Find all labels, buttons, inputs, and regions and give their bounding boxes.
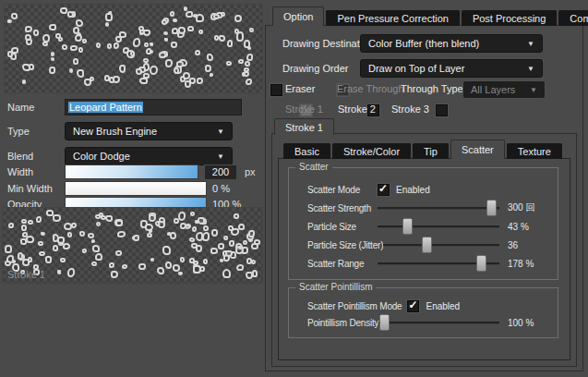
drawing-destination-dropdown[interactable]: Color Buffer (then blend) ▼ xyxy=(360,34,543,53)
name-row: Name Leopard Pattern xyxy=(7,98,242,116)
scatter-strength-row: Scatter Strength 300 回 xyxy=(307,199,550,217)
type-value: New Brush Engine xyxy=(73,126,157,137)
blend-row: Blend Color Dodge ▼ xyxy=(7,147,233,165)
particle-size-handle[interactable] xyxy=(402,218,413,235)
scatter-pointillism-group-title: Scatter Pointillism xyxy=(295,282,376,292)
particle-size-value: 43 % xyxy=(508,222,550,232)
settings-tab-bar: Option Pen Pressure Correction Post Proc… xyxy=(272,6,588,26)
chevron-down-icon: ▼ xyxy=(211,152,224,161)
min-width-slider[interactable] xyxy=(65,181,207,196)
stroke-subtab-bar: Basic Stroke/Color Tip Scatter Texture xyxy=(283,140,562,159)
particle-size-jitter-label: Particle Size (Jitter) xyxy=(307,240,383,250)
scatter-range-handle[interactable] xyxy=(476,255,486,272)
drawing-destination-value: Color Buffer (then blend) xyxy=(368,38,479,49)
width-row: Width 200 px xyxy=(7,164,256,180)
brush-preview-top xyxy=(4,4,263,93)
scatter-mode-checkbox[interactable] xyxy=(378,184,390,196)
scatter-mode-label: Scatter Mode xyxy=(307,185,378,195)
scatter-tab-panel: Scatter Scatter Mode Enabled Scatter Str… xyxy=(278,158,570,360)
erase-through-label: Erase Through xyxy=(337,83,404,94)
particle-size-row: Particle Size 43 % xyxy=(307,217,550,236)
blend-label: Blend xyxy=(7,151,65,162)
stroke-preview-caption: Stroke 1 xyxy=(7,269,45,280)
width-value: 200 xyxy=(212,166,229,177)
pointillism-density-label: Pointillism Density xyxy=(307,318,378,328)
width-value-input[interactable]: 200 xyxy=(204,164,237,180)
scatter-group-title: Scatter xyxy=(295,162,332,172)
tab-stroke-1[interactable]: Stroke 1 xyxy=(274,118,334,135)
scatter-mode-row: Scatter Mode Enabled xyxy=(307,180,550,199)
particle-size-jitter-row: Particle Size (Jitter) 36 xyxy=(307,236,550,254)
blend-value: Color Dodge xyxy=(73,151,130,162)
type-label: Type xyxy=(7,126,65,137)
scatter-strength-value: 300 回 xyxy=(508,201,550,214)
particle-size-jitter-slider[interactable] xyxy=(383,244,499,247)
scatter-range-label: Scatter Range xyxy=(307,259,378,269)
tab-option[interactable]: Option xyxy=(272,6,324,26)
subtab-texture[interactable]: Texture xyxy=(507,143,562,159)
subtab-scatter[interactable]: Scatter xyxy=(450,140,505,159)
min-width-label: Min Width xyxy=(7,183,65,194)
pointillism-mode-state: Enabled xyxy=(426,301,460,311)
type-dropdown[interactable]: New Brush Engine ▼ xyxy=(65,122,233,140)
tab-compatibility[interactable]: Compatibility xyxy=(558,10,588,26)
drawing-order-value: Draw on Top of Layer xyxy=(368,63,464,74)
min-width-value: 0 % xyxy=(212,183,230,194)
subtab-basic[interactable]: Basic xyxy=(283,143,330,159)
pointillism-density-row: Pointillism Density 100 % xyxy=(307,314,550,331)
width-label: Width xyxy=(7,166,65,177)
width-unit: px xyxy=(245,166,256,177)
pointillism-mode-checkbox[interactable] xyxy=(407,300,419,312)
option-panel: Drawing Destination Color Buffer (then b… xyxy=(265,25,583,371)
stroke3-checkbox[interactable] xyxy=(436,104,448,116)
stroke1-panel: Basic Stroke/Color Tip Scatter Texture S… xyxy=(271,133,577,367)
chevron-down-icon: ▼ xyxy=(522,40,534,48)
scatter-range-value: 178 % xyxy=(508,259,550,269)
stroke1-checkbox-label: Stroke 1 xyxy=(285,103,323,115)
name-input[interactable]: Leopard Pattern xyxy=(65,99,242,116)
width-slider[interactable] xyxy=(65,164,198,179)
name-value-selected-text: Leopard Pattern xyxy=(68,102,143,113)
scatter-strength-slider[interactable] xyxy=(378,207,499,210)
tab-pen-pressure-correction[interactable]: Pen Pressure Correction xyxy=(326,10,459,26)
blend-dropdown[interactable]: Color Dodge ▼ xyxy=(65,147,233,165)
brush-preview-stroke: Stroke 1 xyxy=(2,207,263,284)
particle-size-jitter-value: 36 xyxy=(508,240,550,250)
through-type-label: Through Type xyxy=(401,83,463,94)
subtab-tip[interactable]: Tip xyxy=(413,143,449,159)
pointillism-density-slider[interactable] xyxy=(378,322,499,324)
subtab-stroke-color[interactable]: Stroke/Color xyxy=(332,143,411,159)
name-label: Name xyxy=(7,102,65,113)
eraser-checkbox[interactable] xyxy=(270,84,282,96)
scatter-mode-state: Enabled xyxy=(396,185,430,195)
particle-size-jitter-handle[interactable] xyxy=(422,237,432,253)
scatter-strength-label: Scatter Strength xyxy=(307,203,378,213)
through-type-dropdown: All Layers ▼ xyxy=(462,80,546,99)
scatter-pointillism-group: Scatter Pointillism Scatter Pointillism … xyxy=(288,287,558,338)
min-width-row: Min Width 0 % xyxy=(7,180,230,196)
through-type-value: All Layers xyxy=(471,84,515,95)
stroke2-checkbox-label: Stroke 2 xyxy=(338,103,376,115)
pointillism-density-value: 100 % xyxy=(508,318,550,328)
chevron-down-icon: ▼ xyxy=(522,65,534,73)
scatter-range-slider[interactable] xyxy=(378,262,499,265)
particle-size-slider[interactable] xyxy=(378,225,499,228)
chevron-down-icon: ▼ xyxy=(524,86,537,94)
scatter-group: Scatter Scatter Mode Enabled Scatter Str… xyxy=(288,167,558,280)
pointillism-mode-label: Scatter Pointillism Mode xyxy=(307,301,402,311)
pointillism-mode-row: Scatter Pointillism Mode Enabled xyxy=(307,298,550,314)
type-row: Type New Brush Engine ▼ xyxy=(7,122,233,140)
chevron-down-icon: ▼ xyxy=(211,128,224,136)
particle-size-label: Particle Size xyxy=(307,222,378,232)
drawing-order-label: Drawing Order xyxy=(282,63,349,74)
tab-post-processing[interactable]: Post Processing xyxy=(462,10,557,26)
drawing-order-dropdown[interactable]: Draw on Top of Layer ▼ xyxy=(360,59,543,78)
eraser-label: Eraser xyxy=(285,83,315,94)
scatter-range-row: Scatter Range 178 % xyxy=(307,254,550,273)
scatter-strength-handle[interactable] xyxy=(486,200,497,216)
pointillism-density-handle[interactable] xyxy=(379,314,390,331)
stroke3-checkbox-label: Stroke 3 xyxy=(391,103,429,115)
